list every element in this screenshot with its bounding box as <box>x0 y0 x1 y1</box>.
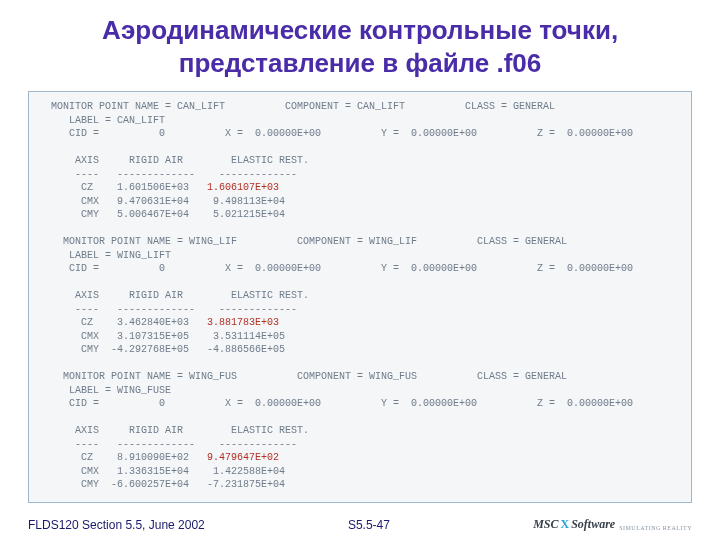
mon1-cmy: CMY 5.006467E+04 5.021215E+04 <box>39 209 285 220</box>
logo-msc: MSC <box>533 517 558 532</box>
mon1-cid: CID = 0 X = 0.00000E+00 Y = 0.00000E+00 … <box>39 128 633 139</box>
footer-left: FLDS120 Section 5.5, June 2002 <box>28 518 205 532</box>
footer-page: S5.5-47 <box>205 518 533 532</box>
mon2-label: LABEL = WING_LIFT <box>39 250 171 261</box>
mon3-cmx: CMX 1.336315E+04 1.422588E+04 <box>39 466 285 477</box>
mon2-cz-elastic: 3.881783E+03 <box>207 317 279 328</box>
mon2-cmx: CMX 3.107315E+05 3.531114E+05 <box>39 331 285 342</box>
title-line-1: Аэродинамические контрольные точки, <box>102 15 618 45</box>
slide-footer: FLDS120 Section 5.5, June 2002 S5.5-47 M… <box>0 517 720 532</box>
mon2-header: MONITOR POINT NAME = WING_LIF COMPONENT … <box>39 236 567 247</box>
mon1-cz-elastic: 1.606107E+03 <box>207 182 279 193</box>
mon3-cid: CID = 0 X = 0.00000E+00 Y = 0.00000E+00 … <box>39 398 633 409</box>
title-line-2: представление в файле .f06 <box>179 48 542 78</box>
logo-x-icon: X <box>560 517 569 532</box>
mon1-header: MONITOR POINT NAME = CAN_LIFT COMPONENT … <box>39 101 555 112</box>
mon3-cz-rigid: CZ 8.910090E+02 <box>39 452 207 463</box>
mon3-label: LABEL = WING_FUSE <box>39 385 171 396</box>
mon2-rule: ---- ------------- ------------- <box>39 304 297 315</box>
mon1-cmx: CMX 9.470631E+04 9.498113E+04 <box>39 196 285 207</box>
mon2-axis: AXIS RIGID AIR ELASTIC REST. <box>39 290 309 301</box>
f06-output-box: MONITOR POINT NAME = CAN_LIFT COMPONENT … <box>28 91 692 503</box>
logo-tagline: SIMULATING REALITY <box>619 525 692 532</box>
mon3-axis: AXIS RIGID AIR ELASTIC REST. <box>39 425 309 436</box>
mon2-cz-rigid: CZ 3.462840E+03 <box>39 317 207 328</box>
mon1-label: LABEL = CAN_LIFT <box>39 115 165 126</box>
mon3-header: MONITOR POINT NAME = WING_FUS COMPONENT … <box>39 371 567 382</box>
mon1-axis: AXIS RIGID AIR ELASTIC REST. <box>39 155 309 166</box>
mon3-cmy: CMY -6.600257E+04 -7.231875E+04 <box>39 479 285 490</box>
slide-title: Аэродинамические контрольные точки, пред… <box>0 0 720 87</box>
mon3-cz-elastic: 9.479647E+02 <box>207 452 279 463</box>
mon2-cmy: CMY -4.292768E+05 -4.886566E+05 <box>39 344 285 355</box>
footer-logo: MSCXSoftware SIMULATING REALITY <box>533 517 692 532</box>
logo-software: Software <box>571 517 615 532</box>
mon3-rule: ---- ------------- ------------- <box>39 439 297 450</box>
mon1-rule: ---- ------------- ------------- <box>39 169 297 180</box>
mon1-cz-rigid: CZ 1.601506E+03 <box>39 182 207 193</box>
mon2-cid: CID = 0 X = 0.00000E+00 Y = 0.00000E+00 … <box>39 263 633 274</box>
